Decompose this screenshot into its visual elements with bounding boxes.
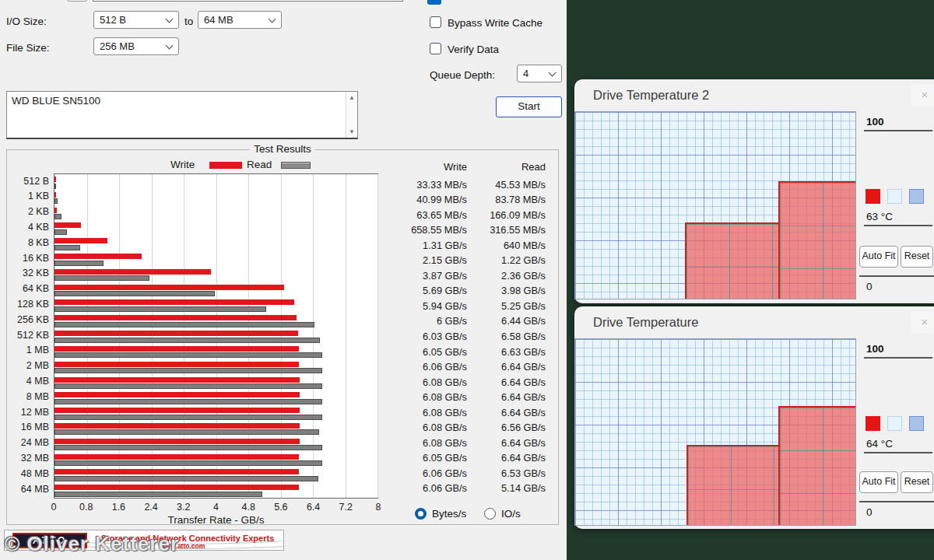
auto-fit-button[interactable]: Auto Fit <box>859 246 898 268</box>
axis-max-field[interactable]: 100 <box>864 114 932 131</box>
write-color-swatch[interactable] <box>866 416 880 431</box>
temperature-area-step <box>778 181 855 299</box>
io-size-from-dropdown[interactable]: 512 B <box>93 11 179 29</box>
read-bar <box>54 306 266 312</box>
reset-button[interactable]: Reset <box>901 246 933 268</box>
background-color-swatch[interactable] <box>887 189 902 204</box>
close-icon[interactable]: × <box>911 85 934 106</box>
grid-color-swatch[interactable] <box>909 189 924 204</box>
x-tick-label: 6.4 <box>307 502 320 513</box>
write-column-header: Write <box>393 161 467 177</box>
scroll-up-icon[interactable]: ▲ <box>346 94 357 101</box>
read-bar <box>54 383 322 389</box>
axis-max-field[interactable]: 100 <box>864 341 932 359</box>
bytes-per-sec-radio[interactable] <box>415 508 427 520</box>
reset-button[interactable]: Reset <box>901 471 933 493</box>
y-tick-label: 32 KB <box>7 268 49 279</box>
write-bar <box>54 222 81 228</box>
write-value: 6.05 GB/s <box>393 346 467 362</box>
write-value: 6.08 GB/s <box>393 407 467 422</box>
test-results-groupbox: Test Results Write Read 512 B1 KB2 KB4 K… <box>6 149 559 525</box>
result-row: 6.06 GB/s6.53 GB/s <box>393 467 546 483</box>
result-row: 5.94 GB/s5.25 GB/s <box>393 300 546 316</box>
write-bar <box>54 177 56 182</box>
io-size-from-value: 512 B <box>100 14 126 26</box>
read-value: 6.64 GB/s <box>472 376 546 392</box>
bypass-write-cache-checkbox[interactable] <box>430 16 441 28</box>
verify-data-checkbox[interactable] <box>430 43 441 54</box>
write-bar <box>54 299 294 305</box>
drive-name: WD BLUE SN5100 <box>12 95 100 107</box>
legend-read-label: Read <box>247 159 272 170</box>
cropped-checked-checkbox[interactable] <box>427 0 441 5</box>
current-temperature-field: 64 °C <box>864 436 932 453</box>
write-color-swatch[interactable] <box>866 189 880 204</box>
y-tick-label: 2 KB <box>7 206 49 218</box>
y-tick-label: 32 MB <box>7 453 49 464</box>
ios-per-sec-radio[interactable] <box>484 508 496 520</box>
file-size-dropdown[interactable]: 256 MB <box>93 37 179 55</box>
write-value: 5.94 GB/s <box>393 300 467 316</box>
io-size-to-dropdown[interactable]: 64 MB <box>198 11 282 29</box>
read-bar <box>54 245 80 250</box>
write-bar <box>54 269 211 275</box>
read-bar <box>54 322 314 327</box>
results-values-panel: Write Read 33.33 MB/s45.53 MB/s40.99 MB/… <box>393 161 546 498</box>
read-value: 1.22 GB/s <box>472 254 546 270</box>
read-value: 6.64 GB/s <box>472 391 546 407</box>
queue-depth-dropdown[interactable]: 4 <box>517 65 562 82</box>
temperature-graph <box>574 338 856 526</box>
read-value: 6.56 GB/s <box>472 422 546 437</box>
ios-per-sec-label: IO/s <box>501 508 521 520</box>
axis-min-field[interactable]: 0 <box>864 278 932 295</box>
write-value: 658.55 MB/s <box>393 224 467 240</box>
read-value: 316.55 MB/s <box>472 224 546 240</box>
read-bar <box>54 198 58 204</box>
cropped-top-button[interactable] <box>67 0 87 2</box>
write-value: 6.08 GB/s <box>393 376 467 392</box>
read-value: 6.58 GB/s <box>472 331 546 346</box>
write-bar <box>54 362 299 367</box>
file-size-value: 256 MB <box>100 40 135 52</box>
close-icon[interactable]: × <box>911 312 934 333</box>
temperature-area-step <box>778 406 855 525</box>
read-value: 6.64 GB/s <box>472 407 546 422</box>
gridline <box>346 174 346 498</box>
x-axis-ticks: 00.81.62.43.244.85.66.47.28 <box>54 502 378 514</box>
drive-list-scrollbar[interactable]: ▲ ▼ <box>346 92 357 138</box>
scroll-down-icon[interactable]: ▼ <box>346 128 357 135</box>
grid-color-swatch[interactable] <box>909 416 924 431</box>
drive-list[interactable]: WD BLUE SN5100 ▲ ▼ <box>6 91 358 139</box>
io-size-label: I/O Size: <box>6 16 47 27</box>
x-tick-label: 3.2 <box>177 502 190 513</box>
start-button[interactable]: Start <box>496 96 562 117</box>
x-tick-label: 0.8 <box>79 502 93 513</box>
chevron-down-icon <box>269 16 276 23</box>
result-row: 6.08 GB/s6.64 GB/s <box>393 376 546 392</box>
write-value: 5.69 GB/s <box>393 285 467 300</box>
read-bar <box>54 476 318 481</box>
read-bar <box>54 368 322 373</box>
result-row: 33.33 MB/s45.53 MB/s <box>393 179 546 194</box>
auto-fit-button[interactable]: Auto Fit <box>859 471 898 493</box>
write-value: 6.05 GB/s <box>393 452 467 467</box>
y-tick-label: 64 KB <box>7 283 49 295</box>
y-tick-label: 48 MB <box>7 468 49 480</box>
write-bar <box>54 285 284 290</box>
read-value: 6.63 GB/s <box>472 346 546 362</box>
x-tick-label: 2.4 <box>144 502 157 513</box>
write-bar <box>54 377 300 383</box>
cropped-top-input[interactable] <box>93 0 403 2</box>
write-value: 6.08 GB/s <box>393 422 467 437</box>
write-value: 6.08 GB/s <box>393 391 467 407</box>
result-row: 6.06 GB/s5.14 GB/s <box>393 482 546 498</box>
axis-min-field[interactable]: 0 <box>864 504 932 520</box>
result-row: 6 GB/s6.44 GB/s <box>393 315 546 331</box>
background-color-swatch[interactable] <box>887 416 902 431</box>
atto-benchmark-window: I/O Size: 512 B to 64 MB File Size: 256 … <box>0 0 567 560</box>
x-tick-label: 0 <box>51 502 57 513</box>
y-tick-label: 512 B <box>7 176 49 187</box>
read-value: 6.64 GB/s <box>472 361 546 376</box>
file-size-label: File Size: <box>6 42 50 54</box>
read-value: 3.98 GB/s <box>472 285 546 300</box>
